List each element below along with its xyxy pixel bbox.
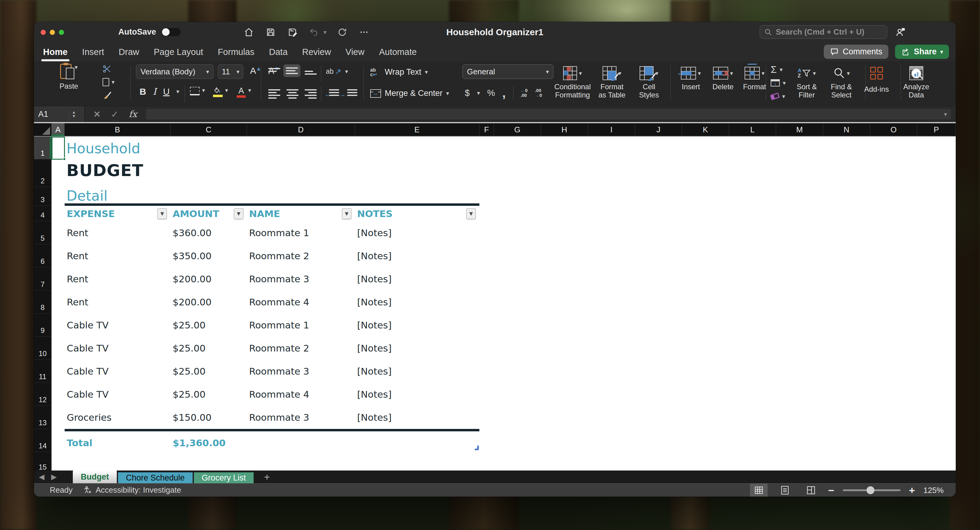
expense-cell[interactable]: Rent bbox=[65, 297, 170, 308]
row-header[interactable]: 13 bbox=[34, 406, 51, 429]
row-header[interactable]: 7 bbox=[34, 267, 51, 291]
comments-button[interactable]: Comments bbox=[824, 45, 888, 59]
zoom-out-button[interactable]: − bbox=[828, 486, 834, 495]
analyze-data-button[interactable]: AnalyzeData bbox=[895, 64, 937, 99]
percent-format-button[interactable]: % bbox=[487, 88, 495, 98]
notes-cell[interactable]: [Notes] bbox=[355, 366, 479, 377]
column-header[interactable]: G bbox=[494, 123, 541, 136]
font-color-button[interactable]: A ▾ bbox=[237, 87, 251, 98]
column-header[interactable]: A bbox=[52, 123, 65, 136]
undo-chevron-icon[interactable]: ▾ bbox=[323, 29, 326, 36]
column-header[interactable]: H bbox=[541, 123, 588, 136]
cut-button[interactable] bbox=[103, 64, 115, 74]
amount-cell[interactable]: $350.00 bbox=[170, 251, 247, 261]
save-as-icon[interactable] bbox=[286, 26, 299, 38]
amount-cell[interactable]: $200.00 bbox=[170, 273, 247, 284]
expense-cell[interactable]: Cable TV bbox=[65, 343, 170, 354]
row-header[interactable]: 2 bbox=[34, 160, 51, 187]
name-cell[interactable]: Roommate 2 bbox=[247, 343, 355, 354]
row-header[interactable]: 3 bbox=[34, 187, 51, 206]
name-box-field[interactable] bbox=[34, 110, 67, 119]
profile-icon[interactable] bbox=[895, 27, 906, 38]
increase-indent-button[interactable]: → bbox=[344, 89, 357, 96]
table-row[interactable]: Cable TV $25.00 Roommate 1 [Notes] bbox=[65, 314, 479, 337]
align-left-button[interactable] bbox=[268, 89, 280, 99]
select-all-button[interactable] bbox=[34, 123, 52, 136]
copy-button[interactable]: ▾ bbox=[103, 77, 115, 87]
row-header[interactable]: 5 bbox=[34, 221, 51, 244]
add-sheet-button[interactable]: + bbox=[264, 471, 270, 483]
sheet-tab[interactable]: Chore Schedule bbox=[118, 473, 192, 483]
row-header[interactable]: 15 bbox=[34, 452, 51, 471]
search-field[interactable] bbox=[776, 27, 879, 37]
spinner-down-icon[interactable]: ▼ bbox=[72, 115, 76, 118]
filter-button[interactable]: ▼ bbox=[342, 208, 352, 219]
table-row[interactable]: Rent $200.00 Roommate 3 [Notes] bbox=[65, 267, 479, 291]
filter-button[interactable]: ▼ bbox=[158, 208, 167, 219]
comma-format-button[interactable]: , bbox=[502, 90, 506, 96]
row-header[interactable]: 12 bbox=[34, 383, 51, 406]
notes-cell[interactable]: [Notes] bbox=[355, 251, 479, 261]
currency-chevron-icon[interactable]: ▾ bbox=[477, 89, 480, 97]
autosave-toggle[interactable] bbox=[161, 27, 181, 37]
notes-cell[interactable]: [Notes] bbox=[355, 320, 479, 330]
row-header[interactable]: 6 bbox=[34, 244, 51, 267]
decrease-decimal-button[interactable]: ←0.00 bbox=[521, 88, 528, 98]
normal-view-button[interactable] bbox=[750, 484, 768, 496]
close-button[interactable] bbox=[41, 30, 46, 35]
find-select-button[interactable]: ▾ Find &Select bbox=[822, 64, 861, 99]
spinner-up-icon[interactable]: ▲ bbox=[72, 110, 76, 114]
align-bottom-button[interactable] bbox=[305, 68, 317, 75]
column-header[interactable]: E bbox=[355, 123, 479, 136]
table-row[interactable]: Rent $360.00 Roommate 1 [Notes] bbox=[65, 221, 479, 244]
row-header[interactable]: 1 bbox=[34, 137, 51, 160]
align-middle-button[interactable] bbox=[283, 64, 301, 77]
wrap-text-button[interactable]: abc↩ Wrap Text ▾ bbox=[370, 67, 428, 77]
cell-styles-button[interactable]: ▾ CellStyles bbox=[626, 64, 672, 99]
prev-sheet-icon[interactable]: ◀ bbox=[39, 473, 44, 481]
amount-cell[interactable]: $25.00 bbox=[170, 389, 247, 400]
expense-cell[interactable]: Cable TV bbox=[65, 366, 170, 377]
home-icon[interactable] bbox=[243, 26, 255, 38]
search-input[interactable] bbox=[760, 25, 887, 39]
column-header[interactable]: J bbox=[635, 123, 682, 136]
column-header[interactable]: C bbox=[170, 123, 247, 136]
formula-input[interactable]: ▾ bbox=[146, 109, 951, 120]
undo-icon[interactable] bbox=[308, 26, 320, 38]
name-box-spinner[interactable]: ▲▼ bbox=[69, 110, 76, 118]
name-cell[interactable]: Roommate 1 bbox=[247, 227, 355, 238]
increase-font-button[interactable]: A▲ bbox=[250, 65, 261, 76]
notes-cell[interactable]: [Notes] bbox=[355, 389, 479, 400]
ribbon-tab[interactable]: Home bbox=[43, 45, 68, 59]
sheet-canvas[interactable]: 123456789101112131415 Household BUDGET D… bbox=[34, 137, 956, 471]
enter-icon[interactable]: ✓ bbox=[111, 109, 118, 120]
table-row[interactable]: Rent $350.00 Roommate 2 [Notes] bbox=[65, 244, 479, 267]
italic-button[interactable]: I bbox=[153, 86, 157, 97]
font-name-select[interactable]: Verdana (Body)▾ bbox=[136, 64, 213, 79]
zoom-slider-thumb[interactable] bbox=[867, 486, 874, 494]
orientation-button[interactable]: ab ▾ bbox=[326, 67, 348, 76]
table-row[interactable]: Rent $200.00 Roommate 4 [Notes] bbox=[65, 291, 479, 314]
autosum-button[interactable]: Σ▾ bbox=[771, 64, 786, 75]
sort-filter-button[interactable]: AZ ▾ Sort &Filter bbox=[787, 64, 826, 99]
expense-cell[interactable]: Cable TV bbox=[65, 320, 170, 330]
row-header[interactable]: 4 bbox=[34, 206, 51, 221]
zoom-slider[interactable] bbox=[843, 489, 900, 491]
table-row[interactable]: Cable TV $25.00 Roommate 2 [Notes] bbox=[65, 337, 479, 360]
more-options-icon[interactable] bbox=[358, 26, 370, 38]
name-cell[interactable]: Roommate 4 bbox=[247, 389, 355, 400]
amount-cell[interactable]: $360.00 bbox=[170, 227, 247, 238]
expense-cell[interactable]: Rent bbox=[65, 251, 170, 261]
table-row[interactable]: Cable TV $25.00 Roommate 4 [Notes] bbox=[65, 383, 479, 406]
accessibility-button[interactable]: Accessibility: Investigate bbox=[83, 485, 181, 495]
row-header[interactable]: 10 bbox=[34, 337, 51, 360]
fill-button[interactable]: ↓▾ bbox=[771, 77, 786, 89]
underline-chevron-icon[interactable]: ▾ bbox=[176, 88, 179, 95]
ribbon-tab[interactable]: Data bbox=[269, 45, 288, 59]
column-header[interactable]: O bbox=[870, 123, 917, 136]
name-cell[interactable]: Roommate 3 bbox=[247, 273, 355, 284]
row-header[interactable]: 14 bbox=[34, 429, 51, 452]
sheet-tab[interactable]: Budget bbox=[73, 471, 117, 483]
conditional-formatting-button[interactable]: ▾ ConditionalFormatting bbox=[550, 64, 595, 99]
name-cell[interactable]: Roommate 1 bbox=[247, 320, 355, 330]
